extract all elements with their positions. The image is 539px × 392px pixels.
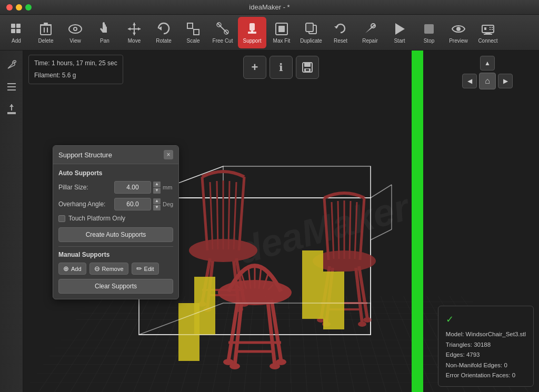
svg-line-56 — [371, 185, 392, 198]
nav-right-button[interactable]: ▶ — [498, 74, 513, 88]
svg-point-36 — [456, 27, 461, 31]
tool-reset[interactable]: Reset — [326, 17, 355, 48]
sidebar-icon-list[interactable] — [4, 79, 19, 95]
reset-icon — [333, 22, 348, 36]
svg-rect-0 — [11, 24, 15, 28]
edges-row: Edges: 4793 — [446, 350, 526, 360]
svg-rect-19 — [187, 23, 193, 28]
tool-stop-label: Stop — [424, 38, 435, 44]
support-pillar-2 — [178, 303, 199, 361]
tool-start-label: Start — [394, 38, 405, 44]
save-icon — [302, 62, 313, 73]
max-fit-icon — [274, 22, 289, 36]
viewport-add-icon: + — [252, 61, 258, 74]
create-auto-supports-button[interactable]: Create Auto Supports — [58, 227, 173, 242]
tool-connect[interactable]: Connect — [474, 17, 502, 48]
tool-add[interactable]: Add — [2, 17, 31, 48]
support-icon — [245, 22, 259, 36]
view-icon — [68, 22, 83, 36]
svg-rect-27 — [251, 31, 253, 33]
close-button[interactable] — [6, 4, 13, 11]
nav-home-button[interactable]: ⌂ — [479, 73, 496, 89]
move-icon — [127, 22, 142, 36]
svg-line-63 — [210, 182, 213, 249]
tool-preview[interactable]: Preview — [444, 17, 473, 48]
minimize-button[interactable] — [16, 4, 22, 11]
model-check-icon: ✓ — [446, 311, 526, 328]
overhang-angle-input[interactable] — [114, 198, 151, 210]
preview-icon — [451, 22, 466, 36]
tool-max-fit[interactable]: Max Fit — [267, 17, 296, 48]
nav-left-button[interactable]: ◀ — [462, 74, 477, 88]
overhang-angle-down[interactable]: ▼ — [153, 205, 161, 210]
svg-rect-20 — [194, 29, 199, 35]
panel-close-button[interactable]: × — [164, 150, 173, 159]
tool-pan[interactable]: Pan — [91, 17, 119, 48]
svg-rect-42 — [492, 27, 493, 28]
viewport-info-icon: ℹ — [279, 61, 283, 74]
svg-rect-1 — [16, 24, 21, 28]
filament-value: 5.6 g — [62, 72, 76, 79]
support-pillar-4 — [323, 272, 344, 329]
viewport-save-button[interactable] — [296, 56, 319, 79]
svg-rect-40 — [484, 27, 486, 30]
tool-scale[interactable]: Scale — [179, 17, 207, 48]
edges-label: Edges: — [446, 351, 465, 358]
tool-stop[interactable]: Stop — [415, 17, 443, 48]
svg-line-64 — [217, 181, 218, 249]
tool-delete[interactable]: Delete — [32, 17, 60, 48]
tool-max-fit-label: Max Fit — [273, 38, 291, 44]
add-icon — [9, 22, 24, 36]
sidebar-icon-upload[interactable] — [4, 101, 19, 117]
maximize-button[interactable] — [25, 4, 32, 11]
tool-support-label: Support — [243, 38, 261, 44]
svg-rect-2 — [11, 29, 15, 33]
manual-remove-button[interactable]: ⊖ Remove — [89, 263, 128, 275]
tool-free-cut[interactable]: Free Cut — [208, 17, 237, 48]
model-label: Model: — [446, 331, 464, 337]
pillar-size-down[interactable]: ▼ — [153, 188, 161, 194]
title-bar: ideaMaker - * — [0, 0, 539, 15]
manual-add-icon: ⊕ — [63, 265, 69, 272]
tool-start[interactable]: Start — [385, 17, 414, 48]
touch-platform-checkbox[interactable] — [58, 215, 65, 222]
sidebar-icon-wrench[interactable] — [4, 57, 19, 73]
svg-point-95 — [270, 363, 280, 369]
svg-rect-4 — [41, 25, 51, 35]
manual-edit-button[interactable]: ✏ Edit — [132, 263, 159, 275]
triangles-value: 30188 — [474, 341, 491, 348]
svg-marker-16 — [128, 27, 131, 31]
viewport-add-button[interactable]: + — [243, 56, 266, 79]
tool-view[interactable]: View — [61, 17, 89, 48]
viewport[interactable]: ideaMaker — [23, 51, 539, 392]
svg-rect-116 — [304, 63, 311, 67]
tool-rotate[interactable]: Rotate — [149, 17, 178, 48]
svg-rect-8 — [44, 23, 48, 24]
error-value: 0 — [512, 372, 515, 378]
touch-platform-label: Touch Platform Only — [68, 215, 125, 222]
rotate-icon — [156, 22, 171, 36]
svg-rect-35 — [424, 24, 434, 34]
free-cut-icon — [215, 22, 230, 36]
time-value: 1 hours, 17 min, 25 sec — [52, 59, 117, 67]
pillar-size-up[interactable]: ▲ — [153, 182, 161, 187]
tool-duplicate[interactable]: Duplicate — [297, 17, 325, 48]
svg-line-58 — [371, 229, 392, 240]
edges-value: 4793 — [466, 351, 480, 358]
tool-reset-label: Reset — [334, 38, 347, 44]
model-info-box: ✓ Model: WindsorChair_Set3.stl Triangles… — [438, 306, 534, 387]
pillar-size-spinners: ▲ ▼ — [153, 182, 161, 194]
traffic-lights[interactable] — [6, 4, 32, 11]
tool-move[interactable]: Move — [120, 17, 148, 48]
auto-supports-label: Auto Supports — [58, 169, 173, 177]
svg-rect-5 — [44, 27, 45, 33]
pillar-size-input[interactable] — [114, 181, 151, 194]
tool-repair[interactable]: Repair — [356, 17, 384, 48]
manual-add-button[interactable]: ⊕ Add — [58, 263, 86, 275]
viewport-info-button[interactable]: ℹ — [270, 56, 293, 79]
tool-support[interactable]: Support — [238, 17, 266, 48]
overhang-angle-up[interactable]: ▲ — [153, 198, 161, 204]
clear-supports-button[interactable]: Clear Supports — [58, 279, 173, 294]
svg-line-21 — [193, 28, 194, 29]
nav-up-button[interactable]: ▲ — [480, 56, 495, 71]
